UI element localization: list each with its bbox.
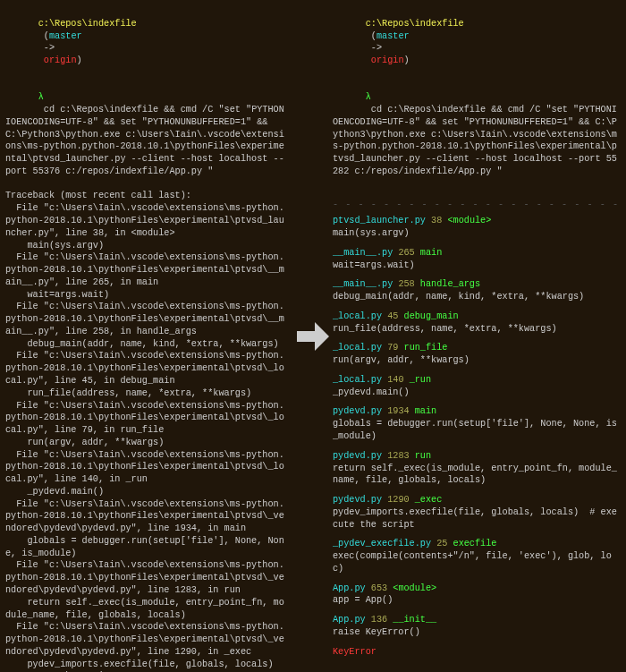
pretty-frame-source: run(argv, addr, **kwargs) — [333, 354, 621, 367]
right-exception: KeyError — [333, 646, 621, 659]
right-command: λ cd c:\Repos\indexfile && cmd /C "set "… — [333, 80, 621, 191]
frame-function: execfile — [453, 539, 497, 549]
pretty-frame-header: ptvsd_launcher.py 38 <module> — [333, 215, 621, 227]
pretty-frame-header: pydevd.py 1290 _exec — [333, 494, 621, 506]
pretty-frame-header: __main__.py 265 main — [333, 247, 621, 259]
traceback-frame-source: globals = debugger.run(setup['file'], No… — [5, 535, 288, 560]
left-prompt: c:\Repos\indexfile (master -> origin) — [5, 5, 288, 80]
traceback-frame-source: run(argv, addr, **kwargs) — [5, 437, 288, 449]
frame-lineno: 25 — [436, 539, 447, 549]
frame-filename: _local.py — [333, 311, 382, 321]
frame-filename: _local.py — [333, 375, 382, 385]
pretty-frame-header: _local.py 79 run_file — [333, 342, 621, 354]
pretty-frame-header: pydevd.py 1934 main — [333, 405, 621, 418]
traceback-frame-location: File "c:\Users\Iain\.vscode\extensions\m… — [5, 400, 288, 437]
traceback-frame-source: _pydevd.main() — [5, 486, 288, 498]
traceback-frame-source: main(sys.argv) — [5, 240, 288, 252]
traceback-frame-location: File "c:\Users\Iain\.vscode\extensions\m… — [5, 251, 288, 288]
frame-filename: __main__.py — [333, 279, 393, 289]
frame-filename: App.py — [333, 583, 366, 593]
traceback-frame-source: return self._exec(is_module, entry_point… — [5, 597, 288, 622]
frame-lineno: 265 — [398, 248, 414, 258]
frame-filename: _local.py — [333, 343, 382, 353]
traceback-header: Traceback (most recent call last): — [5, 190, 288, 202]
pretty-frame-source: _pydevd.main() — [333, 387, 621, 399]
frame-function: <module> — [447, 216, 491, 225]
frame-filename: pydevd.py — [333, 406, 382, 416]
right-frames: ptvsd_launcher.py 38 <module>main(sys.ar… — [333, 215, 621, 645]
left-command-text: cd c:\Repos\indexfile && cmd /C "set "PY… — [5, 105, 284, 176]
traceback-frame-location: File "c:\Users\Iain\.vscode\extensions\m… — [5, 301, 288, 337]
frame-filename: __main__.py — [333, 248, 393, 258]
frame-lineno: 136 — [371, 615, 387, 625]
arrow-right-icon — [293, 317, 333, 356]
frame-function: handle_args — [420, 279, 480, 289]
pretty-frame-source: wait=args.wait) — [333, 259, 621, 272]
frame-lineno: 1283 — [387, 451, 409, 461]
frame-lineno: 79 — [387, 343, 398, 353]
frame-lineno: 1934 — [387, 406, 409, 416]
pretty-frame-header: App.py 136 __init__ — [333, 614, 621, 626]
traceback-frame-location: File "c:\Users\Iain\.vscode\extensions\m… — [5, 559, 288, 596]
prompt-path: c:\Repos\indexfile — [366, 19, 464, 29]
pretty-frame-source: globals = debugger.run(setup['file'], No… — [333, 418, 621, 443]
pretty-frame-source: app = App() — [333, 594, 621, 607]
frame-lineno: 45 — [387, 311, 398, 321]
frame-filename: pydevd.py — [333, 495, 382, 505]
frame-function: main — [420, 248, 442, 258]
prompt-path: c:\Repos\indexfile — [38, 19, 137, 29]
frame-lineno: 653 — [371, 583, 387, 593]
left-terminal-pane: c:\Repos\indexfile (master -> origin) λ … — [0, 0, 293, 672]
frame-lineno: 140 — [387, 375, 403, 385]
frame-filename: App.py — [333, 615, 366, 625]
frame-filename: pydevd.py — [333, 451, 382, 461]
comparison-canvas: c:\Repos\indexfile (master -> origin) λ … — [0, 0, 626, 672]
pretty-frame-header: _pydev_execfile.py 25 execfile — [333, 538, 621, 550]
frame-filename: ptvsd_launcher.py — [333, 216, 426, 225]
prompt-remote: origin — [44, 55, 77, 65]
pretty-frame-source: exec(compile(contents+"/n", file, 'exec'… — [333, 550, 621, 575]
traceback-frame-source: wait=args.wait) — [5, 289, 288, 302]
frame-lineno: 38 — [431, 216, 442, 225]
traceback-frame-location: File "c:\Users\Iain\.vscode\extensions\m… — [5, 202, 288, 239]
frame-function: _exec — [415, 495, 443, 505]
pretty-frame-header: _local.py 140 _run — [333, 374, 621, 387]
lambda-icon: λ — [38, 92, 44, 102]
pretty-frame-source: raise KeyError() — [333, 626, 621, 639]
pretty-frame-header: _local.py 45 debug_main — [333, 310, 621, 323]
frame-function: <module> — [393, 583, 436, 593]
transform-arrow — [293, 0, 333, 672]
frame-function: main — [415, 406, 436, 416]
traceback-frame-location: File "c:\Users\Iain\.vscode\extensions\m… — [5, 621, 288, 658]
frame-function: __init__ — [393, 615, 436, 625]
right-command-text: cd c:\Repos\indexfile && cmd /C "set "PY… — [333, 105, 617, 176]
left-frames: File "c:\Users\Iain\.vscode\extensions\m… — [5, 202, 288, 672]
traceback-frame-source: debug_main(addr, name, kind, *extra, **k… — [5, 338, 288, 351]
traceback-frame-source: run_file(address, name, *extra, **kwargs… — [5, 387, 288, 400]
frame-lineno: 258 — [398, 279, 414, 289]
right-prompt: c:\Repos\indexfile (master -> origin) — [333, 5, 621, 80]
frame-function: run — [415, 451, 431, 461]
pretty-frame-header: __main__.py 258 handle_args — [333, 278, 621, 291]
divider-line: - - - - - - - - - - - - - - - - - - - - … — [333, 197, 621, 215]
pretty-frame-source: return self._exec(is_module, entry_point… — [333, 463, 621, 488]
pretty-frame-header: App.py 653 <module> — [333, 583, 621, 595]
traceback-frame-location: File "c:\Users\Iain\.vscode\extensions\m… — [5, 498, 288, 535]
frame-function: _run — [410, 375, 431, 385]
frame-filename: _pydev_execfile.py — [333, 539, 431, 549]
traceback-frame-location: File "c:\Users\Iain\.vscode\extensions\m… — [5, 449, 288, 486]
left-command: λ cd c:\Repos\indexfile && cmd /C "set "… — [5, 80, 288, 191]
right-terminal-pane: c:\Repos\indexfile (master -> origin) λ … — [333, 0, 626, 672]
pretty-frame-source: debug_main(addr, name, kind, *extra, **k… — [333, 291, 621, 303]
lambda-icon: λ — [366, 92, 371, 102]
pretty-frame-source: main(sys.argv) — [333, 227, 621, 240]
prompt-branch: master — [49, 31, 82, 41]
traceback-frame-location: File "c:\Users\Iain\.vscode\extensions\m… — [5, 350, 288, 387]
traceback-frame-source: pydev_imports.execfile(file, globals, lo… — [5, 659, 288, 672]
pretty-frame-source: pydev_imports.execfile(file, globals, lo… — [333, 506, 621, 532]
frame-function: debug_main — [404, 311, 459, 321]
frame-function: run_file — [404, 343, 448, 353]
pretty-frame-header: pydevd.py 1283 run — [333, 450, 621, 463]
pretty-frame-source: run_file(address, name, *extra, **kwargs… — [333, 323, 621, 336]
frame-lineno: 1290 — [387, 495, 409, 505]
